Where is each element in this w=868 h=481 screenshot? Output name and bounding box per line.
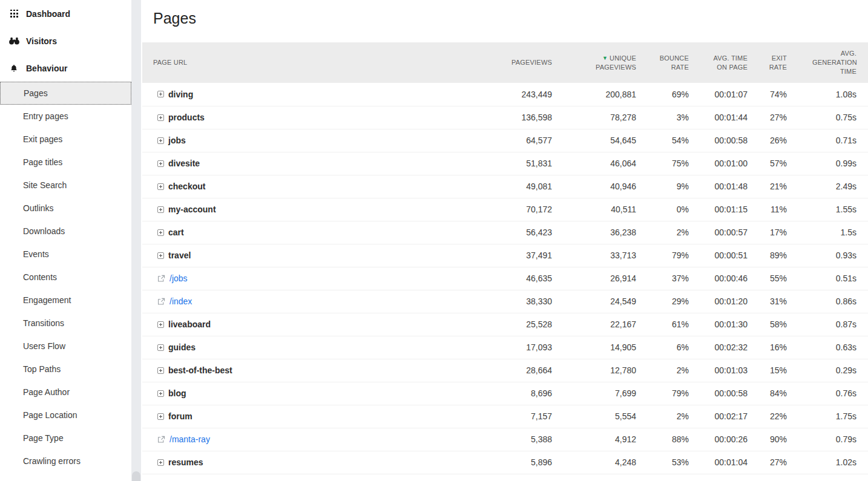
avg-time-on-page-value: 00:01:20 [689,290,748,313]
table-row[interactable]: cart 56,423 36,238 2% 00:00:57 17% 1.5s [142,221,868,244]
sidebar-item-crawling-errors[interactable]: Crawling errors [0,450,131,473]
expand-icon[interactable] [157,321,164,328]
exit-rate-value: 15% [748,359,787,382]
table-row[interactable]: my-account 70,172 40,511 0% 00:01:15 11%… [142,198,868,221]
column-header-unique-pageviews[interactable]: ▼UNIQUE PAGEVIEWS [552,42,636,83]
table-row[interactable]: /manta-ray 5,388 4,912 88% 00:00:26 90% … [142,428,868,451]
avg-generation-time-value: 0.79s [787,428,868,451]
page-label[interactable]: resumes [168,457,203,467]
sidebar-item-transitions[interactable]: Transitions [0,312,131,335]
expand-icon[interactable] [157,344,164,351]
page-label[interactable]: forum [168,411,192,421]
main-content: Pages PAGE URL PAGEVIEWS ▼UNIQUE PAGEVIE… [142,0,868,481]
expand-icon[interactable] [157,206,164,213]
table-row[interactable]: divesite 51,831 46,064 75% 00:01:00 57% … [142,152,868,175]
sidebar-item-engagement[interactable]: Engagement [0,289,131,312]
column-header-pageviews[interactable]: PAGEVIEWS [415,42,552,83]
expand-icon[interactable] [157,229,164,236]
page-title: Pages [153,8,868,28]
pageviews-value: 51,831 [415,152,552,175]
column-header-avg-generation-time[interactable]: AVG. GENERATION TIME [787,42,868,83]
page-label[interactable]: /index [169,296,192,306]
expand-icon[interactable] [157,160,164,167]
expand-icon[interactable] [157,252,164,259]
sidebar-item-behaviour[interactable]: Behaviour [0,54,131,82]
page-label[interactable]: my-account [168,205,216,214]
sidebar-item-events[interactable]: Events [0,243,131,266]
table-row[interactable]: forum 7,157 5,554 2% 00:02:17 22% 1.75s [142,405,868,428]
expand-icon[interactable] [157,137,164,144]
sidebar-item-entry-pages[interactable]: Entry pages [0,105,131,128]
page-label[interactable]: diving [168,90,193,99]
expand-icon[interactable] [157,413,164,420]
table-row[interactable]: travel 37,491 33,713 79% 00:00:51 89% 0.… [142,244,868,267]
sidebar-item-label: Page titles [23,157,62,167]
sidebar-item-page-type[interactable]: Page Type [0,427,131,450]
sidebar-item-contents[interactable]: Contents [0,266,131,289]
table-row[interactable]: jobs 64,577 54,645 54% 00:00:58 26% 0.71… [142,129,868,152]
sidebar-item-dashboard[interactable]: Dashboard [0,0,131,27]
expand-icon[interactable] [157,91,164,97]
pageviews-value: 8,696 [415,382,552,405]
expand-icon[interactable] [157,183,164,190]
table-row[interactable]: liveaboard 25,528 22,167 61% 00:01:30 58… [142,313,868,336]
unique-pageviews-value: 5,554 [552,405,636,428]
pageviews-value: 70,172 [415,198,552,221]
avg-time-on-page-value: 00:00:51 [689,244,748,267]
sidebar-item-label: Exit pages [23,134,62,144]
page-label[interactable]: cart [168,227,184,237]
page-label[interactable]: jobs [168,136,186,145]
exit-rate-value: 84% [748,382,787,405]
column-header-bounce-rate[interactable]: BOUNCE RATE [636,42,689,83]
avg-generation-time-value: 0.75s [787,106,868,129]
table-row[interactable]: products 136,598 78,278 3% 00:01:44 27% … [142,106,868,129]
table-row[interactable]: checkout 49,081 40,946 9% 00:01:48 21% 2… [142,175,868,198]
sidebar-item-pages[interactable]: Pages [0,82,131,105]
page-label[interactable]: products [168,113,205,122]
table-row[interactable]: best-of-the-best 28,664 12,780 2% 00:01:… [142,359,868,382]
table-row[interactable]: diving 243,449 200,881 69% 00:01:07 74% … [142,83,868,106]
unique-pageviews-value: 200,881 [552,83,636,106]
column-label: PAGEVIEWS [511,59,552,66]
avg-time-on-page-value: 00:01:07 [689,83,748,106]
exit-rate-value: 16% [748,336,787,359]
table-row[interactable]: /index 38,330 24,549 29% 00:01:20 31% 0.… [142,290,868,313]
sidebar-item-label: Outlinks [23,203,54,213]
page-label[interactable]: divesite [168,159,200,168]
scrollbar-thumb[interactable] [132,471,140,481]
unique-pageviews-value: 40,946 [552,175,636,198]
sidebar-item-page-titles[interactable]: Page titles [0,151,131,174]
page-label[interactable]: /jobs [169,273,188,283]
avg-generation-time-value: 0.51s [787,267,868,290]
sidebar-item-page-author[interactable]: Page Author [0,381,131,404]
column-header-avg-time-on-page[interactable]: AVG. TIME ON PAGE [689,42,748,83]
table-row[interactable]: /jobs 46,635 26,914 37% 00:00:46 55% 0.5… [142,267,868,290]
sidebar-item-exit-pages[interactable]: Exit pages [0,128,131,151]
table-row[interactable]: blog 8,696 7,699 79% 00:00:58 84% 0.76s [142,382,868,405]
pageviews-value: 49,081 [415,175,552,198]
exit-rate-value: 55% [748,267,787,290]
page-label[interactable]: checkout [168,182,205,191]
sidebar-item-outlinks[interactable]: Outlinks [0,197,131,220]
table-row[interactable]: guides 17,093 14,905 6% 00:02:32 16% 0.6… [142,336,868,359]
page-label[interactable]: travel [168,250,191,260]
sidebar-item-downloads[interactable]: Downloads [0,220,131,243]
table-row[interactable]: resumes 5,896 4,248 53% 00:01:04 27% 1.0… [142,451,868,474]
exit-rate-value: 11% [748,198,787,221]
expand-icon[interactable] [157,114,164,121]
sidebar-item-site-search[interactable]: Site Search [0,174,131,197]
column-header-exit-rate[interactable]: EXIT RATE [748,42,787,83]
column-header-page-url[interactable]: PAGE URL [142,42,415,83]
sidebar-item-users-flow[interactable]: Users Flow [0,335,131,358]
expand-icon[interactable] [157,459,164,466]
sidebar-item-top-paths[interactable]: Top Paths [0,358,131,381]
page-label[interactable]: guides [168,342,196,352]
page-label[interactable]: blog [168,388,186,398]
expand-icon[interactable] [157,390,164,397]
page-label[interactable]: best-of-the-best [168,365,232,375]
sidebar-item-page-location[interactable]: Page Location [0,404,131,427]
expand-icon[interactable] [157,367,164,374]
page-label[interactable]: liveaboard [168,319,211,329]
sidebar-item-visitors[interactable]: Visitors [0,27,131,54]
page-label[interactable]: /manta-ray [169,434,210,444]
